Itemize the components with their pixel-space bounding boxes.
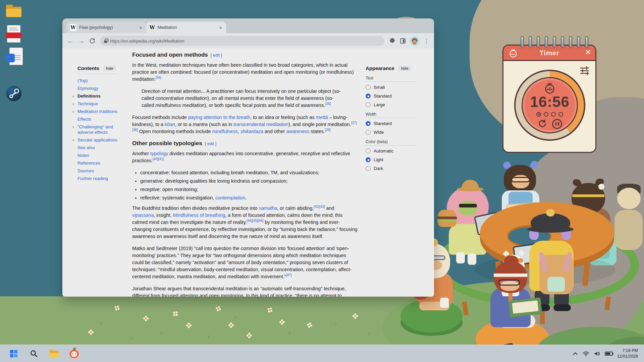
reference-link[interactable]: [40][41] bbox=[153, 157, 164, 161]
side-panel-icon[interactable] bbox=[400, 38, 406, 44]
edit-link[interactable]: [ edit ] bbox=[205, 141, 216, 146]
reference-link[interactable]: [47] bbox=[286, 273, 292, 277]
radio-icon bbox=[366, 85, 371, 90]
toc-item-challenging[interactable]: ›"Challenging" and adverse effects bbox=[73, 124, 123, 135]
sliders-icon[interactable] bbox=[579, 66, 590, 76]
desktop-folder-icon[interactable] bbox=[6, 5, 22, 18]
appearance-hide-button[interactable]: hide bbox=[398, 66, 411, 71]
article-link[interactable]: mettā bbox=[316, 115, 328, 120]
spiral-ring bbox=[569, 36, 572, 48]
radio-color-automatic[interactable]: Automatic bbox=[366, 148, 416, 154]
paragraph: Matko and Sedlmeier (2019) "call into qu… bbox=[132, 245, 358, 280]
edit-link[interactable]: [ edit ] bbox=[211, 53, 222, 58]
toc-item-references[interactable]: References bbox=[73, 161, 123, 166]
chevron-right-icon[interactable]: › bbox=[72, 124, 74, 130]
group-label-color: Color (beta) bbox=[366, 139, 416, 144]
desktop-word-icon[interactable] bbox=[6, 48, 22, 66]
toc-item-sources[interactable]: Sources bbox=[73, 168, 123, 174]
reference-link[interactable]: [35] bbox=[156, 76, 161, 79]
radio-width-standard[interactable]: Standard bbox=[366, 121, 416, 126]
toc-item-notes[interactable]: Notes bbox=[73, 153, 123, 158]
folder-icon bbox=[6, 5, 13, 9]
profile-avatar[interactable] bbox=[410, 37, 419, 45]
close-icon[interactable]: × bbox=[218, 25, 223, 31]
word-blue-square bbox=[6, 54, 15, 62]
toc-item-meditation-traditions[interactable]: ›Meditation traditions bbox=[73, 109, 123, 114]
radio-text-standard[interactable]: Standard bbox=[366, 94, 416, 99]
article-link[interactable]: paying attention to the breath bbox=[188, 115, 250, 120]
reference-link[interactable]: [44][45][46] bbox=[247, 219, 263, 223]
tab-meditation[interactable]: W Meditation × bbox=[146, 22, 226, 33]
taskbar: 7:18 PM 11/01/2026 bbox=[0, 345, 644, 362]
toc-title: Contents bbox=[77, 65, 99, 71]
reference-link[interactable]: [36] bbox=[325, 102, 331, 106]
toc-item-etymology[interactable]: Etymology bbox=[73, 86, 123, 91]
reference-link[interactable]: [39] bbox=[325, 128, 331, 132]
chevron-up-icon[interactable] bbox=[572, 351, 578, 356]
wifi-icon[interactable] bbox=[583, 351, 589, 357]
file-explorer-button[interactable] bbox=[48, 347, 60, 360]
radio-icon bbox=[366, 130, 371, 135]
desktop-pdf-icon[interactable] bbox=[6, 25, 22, 43]
flower-decoration bbox=[230, 324, 232, 326]
pomodoro-app-button[interactable] bbox=[68, 347, 80, 360]
toc-item-secular-applications[interactable]: ›Secular applications bbox=[73, 137, 123, 143]
tab-flow-psychology[interactable]: W Flow (psychology) × bbox=[66, 22, 146, 33]
close-icon[interactable]: × bbox=[139, 25, 143, 31]
toc-item-technique[interactable]: ›Technique bbox=[73, 101, 123, 107]
typology-list: concentrative: focused attention, includ… bbox=[132, 169, 358, 201]
toc-item-effects[interactable]: Effects bbox=[73, 117, 123, 122]
blockquote: Direction of mental attention... A pract… bbox=[142, 88, 343, 109]
toc-item-definitions[interactable]: ›Definitions bbox=[73, 94, 123, 99]
windows-start-button[interactable] bbox=[7, 347, 20, 360]
article-link[interactable]: vipassana bbox=[132, 213, 154, 218]
pause-icon[interactable] bbox=[552, 119, 562, 129]
chevron-right-icon[interactable]: › bbox=[72, 101, 74, 107]
spiral-ring bbox=[537, 36, 540, 48]
radio-color-dark[interactable]: Dark bbox=[366, 166, 416, 171]
reference-link[interactable]: [42][43] bbox=[314, 205, 325, 208]
address-bar[interactable]: https://en.wikipedia.org/wiki/Meditation bbox=[100, 36, 384, 46]
flower-decoration bbox=[281, 321, 283, 323]
session-dot bbox=[551, 112, 556, 117]
article-link[interactable]: mindfulness bbox=[212, 129, 237, 134]
article-link[interactable]: contemplation bbox=[215, 195, 245, 200]
article-link[interactable]: awareness bbox=[286, 129, 309, 134]
toc-hide-button[interactable]: hide bbox=[103, 66, 116, 71]
appearance-panel: Appearance hide Text Small Standard Larg… bbox=[366, 65, 416, 175]
section-heading: Focused and open methods[ edit ] bbox=[132, 52, 358, 58]
extensions-puzzle-icon[interactable] bbox=[389, 38, 395, 44]
restart-icon[interactable] bbox=[537, 119, 547, 129]
article-link[interactable]: Mindfulness of breathing bbox=[173, 213, 225, 218]
toc-item-see-also[interactable]: See also bbox=[73, 145, 123, 150]
chevron-right-icon[interactable]: › bbox=[72, 109, 74, 114]
desktop-steam-icon[interactable] bbox=[6, 86, 22, 103]
close-icon[interactable]: × bbox=[586, 47, 591, 57]
taskbar-clock[interactable]: 7:18 PM 11/01/2026 bbox=[617, 348, 638, 359]
search-button[interactable] bbox=[28, 347, 40, 360]
radio-text-large[interactable]: Large bbox=[366, 102, 416, 107]
radio-selected-icon bbox=[366, 121, 371, 126]
list-item: generative: developing qualities like lo… bbox=[140, 178, 358, 185]
toc-item-further-reading[interactable]: Further reading bbox=[73, 176, 123, 181]
radio-width-wide[interactable]: Wide bbox=[366, 130, 416, 135]
volume-icon[interactable] bbox=[594, 351, 600, 357]
battery-icon[interactable] bbox=[605, 352, 613, 356]
spiral-ring bbox=[585, 36, 588, 48]
menu-kebab-icon[interactable]: ⋮ bbox=[424, 38, 429, 45]
article-link[interactable]: typology bbox=[150, 151, 168, 156]
article-link[interactable]: kōan bbox=[165, 122, 175, 127]
reload-icon[interactable] bbox=[89, 38, 95, 44]
radio-text-small[interactable]: Small bbox=[366, 85, 416, 90]
spiral-ring bbox=[529, 36, 532, 48]
back-icon[interactable]: ← bbox=[67, 38, 73, 44]
chevron-right-icon[interactable]: › bbox=[72, 137, 74, 143]
radio-color-light[interactable]: Light bbox=[366, 157, 416, 162]
chevron-right-icon[interactable]: › bbox=[72, 94, 74, 99]
article-link[interactable]: transcendental meditation bbox=[233, 122, 288, 127]
forward-icon[interactable]: → bbox=[78, 38, 85, 44]
article-link[interactable]: samatha bbox=[259, 205, 277, 211]
paragraph: Jonathan Shear argues that transcendenta… bbox=[132, 285, 358, 297]
toc-item-top[interactable]: (Top) bbox=[73, 78, 123, 83]
article-link[interactable]: shikantaza bbox=[240, 129, 263, 134]
